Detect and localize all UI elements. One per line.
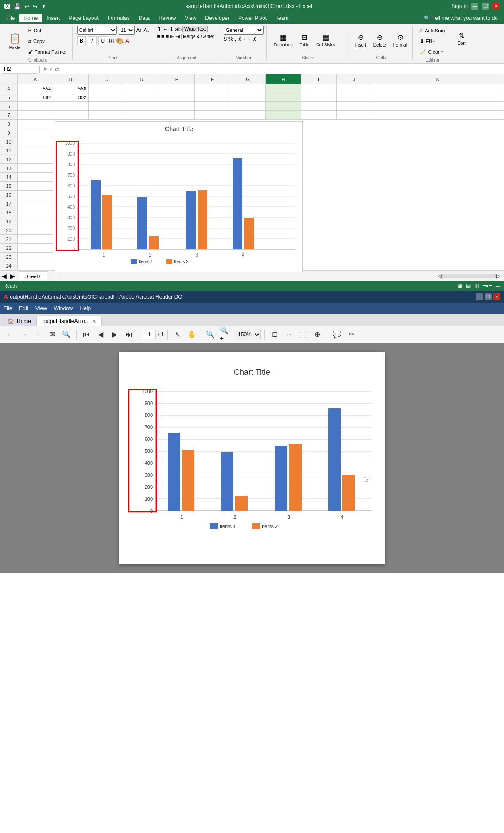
cell-b6[interactable] xyxy=(53,102,89,111)
sign-in-button[interactable]: Sign in xyxy=(451,3,468,9)
text-direction-icon[interactable]: ab xyxy=(175,26,181,32)
menu-review[interactable]: Review xyxy=(154,14,180,22)
excel-chart[interactable]: Chart Title xyxy=(55,121,303,272)
percent-button[interactable]: % xyxy=(228,35,233,42)
undo-icon[interactable]: ↩ xyxy=(24,3,29,10)
delete-button[interactable]: ⊖ Delete xyxy=(371,27,389,53)
cell-g7[interactable] xyxy=(230,111,266,120)
fill-color-icon[interactable]: 🎨 xyxy=(116,37,124,44)
scroll-tabs-right-icon[interactable]: ▶ xyxy=(8,272,17,280)
pdf-fit-width-button[interactable]: ↔ xyxy=(283,328,295,341)
pdf-hand-tool-button[interactable]: ✋ xyxy=(186,328,198,341)
pdf-tab-document[interactable]: outputHandleAuto... ✕ xyxy=(37,316,102,326)
pdf-first-page-button[interactable]: ⏮ xyxy=(80,328,93,341)
decimal-increase-icon[interactable]: .0→ xyxy=(237,36,246,42)
col-header-h[interactable]: H xyxy=(266,74,301,84)
customize-icon[interactable]: ▼ xyxy=(41,4,46,9)
menu-team[interactable]: Team xyxy=(271,14,293,22)
pdf-zoom-out-button[interactable]: 🔍- xyxy=(205,328,218,341)
pdf-zoom-in-button[interactable]: 🔍+ xyxy=(220,328,232,341)
pdf-menu-window[interactable]: Window xyxy=(54,305,73,311)
increase-font-icon[interactable]: A↑ xyxy=(136,27,142,33)
scroll-left-icon[interactable]: ◁ xyxy=(438,273,442,279)
pdf-menu-view[interactable]: View xyxy=(35,305,47,311)
pdf-last-page-button[interactable]: ⏭ xyxy=(123,328,135,341)
cell-a6[interactable] xyxy=(18,102,53,111)
underline-button[interactable]: U xyxy=(98,36,107,45)
pdf-fit-page-button[interactable]: ⊡ xyxy=(268,328,281,341)
autosum-button[interactable]: Σ AutoSum xyxy=(417,26,447,35)
redo-icon[interactable]: ↪ xyxy=(33,3,38,10)
quick-save-icon[interactable]: 💾 xyxy=(14,3,21,10)
paste-button[interactable]: 📋 Paste xyxy=(6,28,23,54)
col-header-c[interactable]: C xyxy=(89,74,124,84)
minimize-button[interactable]: — xyxy=(471,3,478,10)
cell-i5[interactable] xyxy=(301,93,337,102)
font-name-select[interactable]: Calibri xyxy=(77,26,117,35)
cell-j6[interactable] xyxy=(337,102,372,111)
pdf-full-screen-button[interactable]: ⛶ xyxy=(297,328,309,341)
page-layout-view-icon[interactable]: ▤ xyxy=(466,283,471,289)
cell-a8[interactable] xyxy=(18,120,53,128)
pdf-draw-button[interactable]: ✏ xyxy=(345,328,357,341)
add-sheet-button[interactable]: + xyxy=(49,271,59,281)
font-color-icon[interactable]: A xyxy=(125,37,129,44)
row-num-8[interactable]: 8 xyxy=(0,120,18,128)
cut-button[interactable]: ✂ Cut xyxy=(25,26,70,35)
sheet1-tab[interactable]: Sheet1 xyxy=(19,271,47,281)
align-center-icon[interactable]: ≡ xyxy=(161,33,165,40)
col-header-a[interactable]: A xyxy=(18,74,53,84)
col-header-e[interactable]: E xyxy=(159,74,195,84)
cell-i7[interactable] xyxy=(301,111,337,120)
format-button[interactable]: ⚙ Format xyxy=(391,27,410,53)
tell-me-box[interactable]: 🔍 Tell me what you want to do xyxy=(419,14,502,22)
row-num-6[interactable]: 6 xyxy=(0,102,18,111)
align-left-icon[interactable]: ≡ xyxy=(157,33,160,40)
pdf-zoom-select[interactable]: 50%75%100%125%150%200% xyxy=(234,330,261,339)
pdf-minimize-button[interactable]: — xyxy=(476,293,483,300)
row-num-4[interactable]: 4 xyxy=(0,84,18,93)
menu-developer[interactable]: Developer xyxy=(201,14,234,22)
format-as-table-button[interactable]: ⊟ Table xyxy=(297,27,312,53)
pdf-menu-help[interactable]: Help xyxy=(80,305,91,311)
cell-styles-button[interactable]: ▤ Cell Styles xyxy=(314,27,338,53)
row-num-9[interactable]: 9 xyxy=(0,128,18,137)
cell-c7[interactable] xyxy=(89,111,124,120)
cell-e4[interactable] xyxy=(159,84,195,93)
pdf-next-page-button[interactable]: ▶ xyxy=(109,328,121,341)
align-bottom-icon[interactable]: ⬇ xyxy=(169,26,174,32)
menu-power-pivot[interactable]: Power Pivot xyxy=(234,14,271,22)
pdf-tab-home[interactable]: 🏠 Home xyxy=(2,316,37,326)
pdf-tab-close-icon[interactable]: ✕ xyxy=(92,319,96,324)
cell-k7[interactable] xyxy=(372,111,504,120)
cell-j5[interactable] xyxy=(337,93,372,102)
copy-button[interactable]: ⧉ Copy xyxy=(25,36,70,46)
pdf-comment-button[interactable]: 💬 xyxy=(331,328,343,341)
cell-f4[interactable] xyxy=(195,84,230,93)
merge-center-button[interactable]: Merge & Center xyxy=(181,34,216,39)
align-middle-icon[interactable]: ↔ xyxy=(163,26,168,32)
col-header-g[interactable]: G xyxy=(230,74,266,84)
menu-home[interactable]: Home xyxy=(19,14,42,22)
cell-k5[interactable] xyxy=(372,93,504,102)
col-header-j[interactable]: J xyxy=(337,74,372,84)
menu-view[interactable]: View xyxy=(181,14,201,22)
cell-f6[interactable] xyxy=(195,102,230,111)
dollar-icon[interactable]: $ xyxy=(224,35,227,42)
cell-b4[interactable]: 566 xyxy=(53,84,89,93)
row-num-10[interactable]: 10 xyxy=(0,137,18,146)
pdf-close-button[interactable]: ✕ xyxy=(493,293,500,300)
col-header-d[interactable]: D xyxy=(124,74,159,84)
cell-j7[interactable] xyxy=(337,111,372,120)
row-num-7[interactable]: 7 xyxy=(0,111,18,120)
col-header-f[interactable]: F xyxy=(195,74,230,84)
cell-f7[interactable] xyxy=(195,111,230,120)
pdf-marquee-zoom-button[interactable]: ⊕ xyxy=(311,328,323,341)
scroll-tabs-left-icon[interactable]: ◀ xyxy=(0,272,8,280)
cell-b7[interactable] xyxy=(53,111,89,120)
decrease-font-icon[interactable]: A↓ xyxy=(144,27,150,33)
cell-a9[interactable] xyxy=(18,128,53,137)
cell-d5[interactable] xyxy=(124,93,159,102)
cell-a4[interactable]: 554 xyxy=(18,84,53,93)
menu-data[interactable]: Data xyxy=(134,14,154,22)
